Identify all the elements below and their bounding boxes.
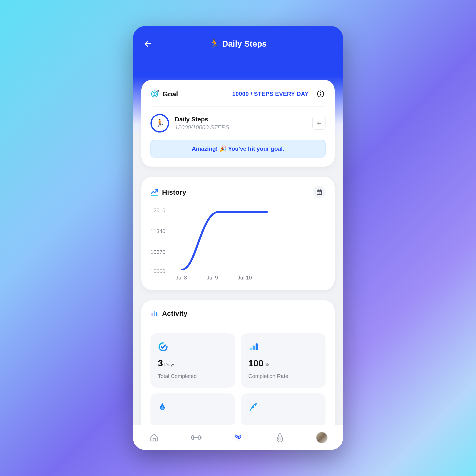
content-scroll: Goal 10000 / STEPS EVERY DAY 🏃 Daily Ste… [133, 61, 343, 450]
line-chart-svg [173, 209, 325, 271]
y-tick: 10000 [151, 268, 165, 274]
page-title-icon: 🏃 [209, 39, 220, 49]
tile-unit: Days [164, 362, 175, 367]
activity-tiles: 3Days Total Completed 100% Completion Ra… [151, 333, 325, 426]
history-card-header: History [151, 186, 325, 198]
x-tick: Jul 8 [176, 274, 187, 281]
svg-rect-17 [156, 312, 157, 316]
rocket-icon [248, 402, 318, 412]
tile-total-completed: 3Days Total Completed [151, 333, 235, 388]
tile-streak [151, 393, 235, 426]
svg-rect-18 [250, 348, 252, 350]
goal-summary: 10000 / STEPS EVERY DAY [232, 91, 309, 97]
x-tick: Jul 10 [238, 274, 252, 281]
page-title-text: Daily Steps [222, 39, 267, 49]
activity-heading: Activity [162, 309, 187, 318]
nav-profile[interactable] [316, 432, 328, 443]
tile-subtitle: Completion Rate [248, 373, 318, 379]
y-tick: 10670 [151, 249, 165, 255]
goal-achieved-banner: Amazing! 🎉 You've hit your goal. [151, 140, 325, 157]
avocado-icon [276, 433, 284, 442]
svg-point-3 [154, 93, 155, 94]
tile-boost [241, 393, 325, 426]
chart-plot-area [173, 209, 325, 271]
bar-chart-icon [248, 342, 318, 352]
bottom-navigation [133, 425, 343, 450]
calendar-button[interactable] [313, 186, 325, 198]
app-header: 🏃 Daily Steps [133, 26, 343, 61]
nav-home[interactable] [148, 432, 160, 443]
plus-icon [316, 120, 322, 126]
history-card: History 12010 11340 10670 10000 Jul 8 [141, 177, 335, 290]
history-chart: 12010 11340 10670 10000 Jul 8 Jul 9 Jul … [151, 207, 325, 281]
calendar-icon [316, 189, 323, 195]
bars-icon [151, 310, 158, 318]
history-heading: History [162, 188, 186, 196]
svg-rect-24 [191, 437, 191, 439]
goal-item: 🏃 Daily Steps 12000/10000 STEPS [151, 114, 325, 133]
goal-card-header: Goal 10000 / STEPS EVERY DAY [151, 89, 325, 99]
x-axis: Jul 8 Jul 9 Jul 10 [173, 274, 325, 281]
runner-icon: 🏃 [155, 119, 165, 128]
app-screen: 🏃 Daily Steps Goal 10000 / STEPS EVERY D… [133, 26, 343, 450]
svg-rect-15 [152, 313, 153, 316]
activity-card-header: Activity [151, 309, 325, 318]
svg-point-21 [254, 405, 255, 407]
tile-unit: % [265, 362, 269, 367]
avatar-icon [316, 432, 328, 443]
nav-workout[interactable] [190, 432, 202, 443]
svg-rect-20 [255, 343, 258, 350]
info-button[interactable] [316, 89, 325, 99]
nav-nutrition[interactable] [274, 432, 286, 443]
svg-rect-16 [154, 311, 155, 316]
divider [151, 325, 325, 325]
svg-rect-11 [317, 190, 322, 194]
y-tick: 12010 [151, 207, 165, 214]
svg-point-27 [279, 438, 281, 440]
goal-card: Goal 10000 / STEPS EVERY DAY 🏃 Daily Ste… [141, 80, 335, 167]
svg-rect-19 [253, 346, 255, 350]
target-icon [151, 90, 159, 98]
flame-icon [158, 402, 228, 412]
plant-icon [233, 433, 243, 442]
home-icon [150, 433, 159, 442]
goal-progress-ring: 🏃 [151, 114, 169, 133]
goal-item-text: Daily Steps 12000/10000 STEPS [175, 116, 229, 131]
check-circle-icon [158, 342, 228, 352]
page-title: 🏃 Daily Steps [209, 39, 267, 49]
goal-item-subtitle: 12000/10000 STEPS [175, 124, 229, 131]
divider [151, 106, 325, 106]
tile-value: 3 [158, 358, 163, 368]
tile-value: 100 [248, 358, 263, 368]
x-tick: Jul 9 [207, 274, 218, 281]
arrow-left-icon [144, 39, 152, 48]
goal-item-title: Daily Steps [175, 116, 229, 123]
goal-heading: Goal [162, 90, 178, 98]
back-button[interactable] [141, 37, 155, 50]
trend-icon [151, 188, 158, 196]
dumbbell-icon [191, 433, 202, 442]
nav-growth[interactable] [232, 432, 244, 443]
tile-completion-rate: 100% Completion Rate [241, 333, 325, 388]
y-tick: 11340 [151, 228, 165, 234]
tile-subtitle: Total Completed [158, 373, 228, 379]
svg-rect-25 [201, 437, 201, 439]
add-entry-button[interactable] [312, 117, 325, 130]
svg-point-7 [320, 92, 321, 93]
info-icon [317, 90, 324, 98]
